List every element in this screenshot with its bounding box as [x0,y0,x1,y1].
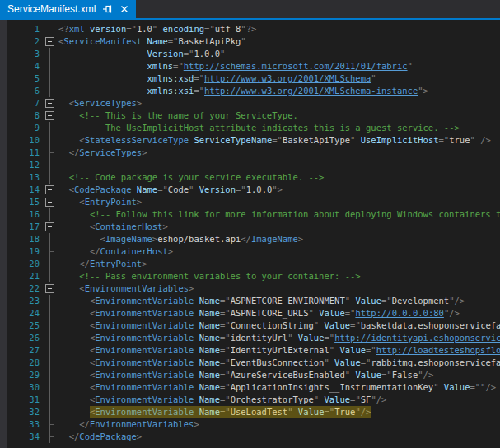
code-text[interactable]: <EnvironmentVariables> [57,282,500,295]
code-text[interactable]: </ContainerHost> [57,245,500,258]
indicator-margin [0,20,7,448]
code-text[interactable]: Version="1.0.0" [57,48,500,60]
code-text[interactable]: <EnvironmentVariable Name="identityUrl" … [57,332,500,344]
code-text[interactable]: <?xml version="1.0" encoding="utf-8"?> [57,23,500,35]
code-text[interactable] [57,159,500,171]
code-text[interactable]: </ServiceTypes> [57,147,500,159]
code-line: 4 xmlns="http://schemas.microsoft.com/20… [7,60,500,72]
tab-servicemanifest[interactable]: ServiceManifest.xml [0,0,136,18]
code-text[interactable]: <ImageName>eshop/basket.api</ImageName> [57,233,500,245]
code-text[interactable]: <CodePackage Name="Code" Version="1.0.0"… [57,184,500,196]
code-line: 29 <EnvironmentVariable Name="AzureServi… [7,369,500,381]
code-text[interactable]: </EntryPoint> [57,258,500,270]
fold-region [44,110,57,122]
code-line: 19 </ContainerHost> [7,245,500,258]
code-text[interactable]: <EnvironmentVariable Name="EventBusConne… [57,357,500,369]
code-text[interactable]: <ContainerHost> [57,221,500,233]
code-text[interactable]: <ServiceManifest Name="BasketApiPkg" [57,35,500,48]
code-text[interactable]: </CodePackage> [57,431,500,443]
fold-collapse-icon[interactable] [45,185,54,194]
code-line: 27 <EnvironmentVariable Name="IdentityUr… [7,344,500,357]
code-line: 6 xmlns:xsi="http://www.w3.org/2001/XMLS… [7,85,500,97]
code-text[interactable]: <EnvironmentVariable Name="ASPNETCORE_UR… [57,307,500,320]
line-number: 24 [7,307,44,320]
code-text[interactable]: <EnvironmentVariable Name="OrchestratorT… [57,394,500,406]
line-number: 29 [7,369,44,381]
fold-margin [44,85,57,97]
code-text[interactable]: <!-- Code package is your service execut… [57,171,500,184]
code-line: 7 <ServiceTypes> [7,97,500,110]
code-text[interactable]: <EnvironmentVariable Name="UseLoadTest" … [57,406,500,418]
code-text[interactable]: <StatelessServiceType ServiceTypeName="B… [57,134,500,147]
fold-region [44,35,57,48]
line-number: 21 [7,270,44,282]
fold-collapse-icon[interactable] [45,284,54,293]
code-text[interactable]: xmlns:xsi="http://www.w3.org/2001/XMLSch… [57,85,500,97]
code-text[interactable]: <EnvironmentVariable Name="ConnectionStr… [57,320,500,332]
fold-margin [44,72,57,85]
line-number: 11 [7,147,44,159]
fold-margin [44,307,57,320]
code-line: 13 <!-- Code package is your service exe… [7,171,500,184]
close-icon[interactable] [119,3,130,15]
code-line: 2<ServiceManifest Name="BasketApiPkg" [7,35,500,48]
code-text[interactable]: <EnvironmentVariable Name="IdentityUrlEx… [57,344,500,357]
fold-margin [44,23,57,35]
code-text[interactable]: xmlns:xsd="http://www.w3.org/2001/XMLSch… [57,72,500,85]
line-number: 13 [7,171,44,184]
fold-margin [44,320,57,332]
code-text[interactable]: <EnvironmentVariable Name="ApplicationIn… [57,381,500,394]
code-line: 3 Version="1.0.0" [7,48,500,60]
fold-margin [44,369,57,381]
code-text[interactable]: <EntryPoint> [57,196,500,208]
code-editor[interactable]: 1<?xml version="1.0" encoding="utf-8"?>2… [0,20,500,448]
line-number: 10 [7,134,44,147]
code-text[interactable]: The UseImplicitHost attribute indicates … [57,122,500,134]
code-text[interactable]: <ServiceTypes> [57,97,500,110]
code-line: 17 <ContainerHost> [7,221,500,233]
code-text[interactable]: </EnvironmentVariables> [57,418,500,431]
line-number: 22 [7,282,44,295]
code-line: 24 <EnvironmentVariable Name="ASPNETCORE… [7,307,500,320]
line-number: 15 [7,196,44,208]
fold-collapse-icon[interactable] [45,198,54,207]
fold-collapse-icon[interactable] [45,222,54,231]
code-line: 28 <EnvironmentVariable Name="EventBusCo… [7,357,500,369]
line-number: 6 [7,85,44,97]
fold-margin [44,122,57,134]
code-line: 22 <EnvironmentVariables> [7,282,500,295]
code-line: 10 <StatelessServiceType ServiceTypeName… [7,134,500,147]
code-text[interactable]: <EnvironmentVariable Name="AzureServiceB… [57,369,500,381]
line-number: 7 [7,97,44,110]
code-line: 30 <EnvironmentVariable Name="Applicatio… [7,381,500,394]
search-highlight: <EnvironmentVariable Name="UseLoadTest" … [90,406,371,418]
line-number: 34 [7,431,44,443]
code-text[interactable]: <!-- Follow this link for more informati… [57,208,500,221]
code-line: 21 <!-- Pass environment variables to yo… [7,270,500,282]
pin-icon[interactable] [101,3,113,15]
fold-collapse-icon[interactable] [45,37,54,46]
fold-margin [44,147,57,159]
code-line: 14 <CodePackage Name="Code" Version="1.0… [7,184,500,196]
fold-margin [44,270,57,282]
code-line: 18 <ImageName>eshop/basket.api</ImageNam… [7,233,500,245]
line-number: 20 [7,258,44,270]
fold-region [44,196,57,208]
line-number: 3 [7,48,44,60]
fold-region [44,97,57,110]
line-number: 31 [7,394,44,406]
line-number: 27 [7,344,44,357]
tab-strip: ServiceManifest.xml [0,0,500,20]
fold-margin [44,332,57,344]
code-text[interactable]: xmlns="http://schemas.microsoft.com/2011… [57,60,500,72]
fold-collapse-icon[interactable] [45,99,54,108]
code-text[interactable]: <EnvironmentVariable Name="ASPNETCORE_EN… [57,295,500,307]
code-line: 11 </ServiceTypes> [7,147,500,159]
code-text[interactable]: <!-- This is the name of your ServiceTyp… [57,110,500,122]
line-number: 33 [7,418,44,431]
fold-margin [44,357,57,369]
line-number: 4 [7,60,44,72]
code-text[interactable]: <!-- Pass environment variables to your … [57,270,500,282]
fold-collapse-icon[interactable] [45,111,54,120]
code-line: 31 <EnvironmentVariable Name="Orchestrat… [7,394,500,406]
